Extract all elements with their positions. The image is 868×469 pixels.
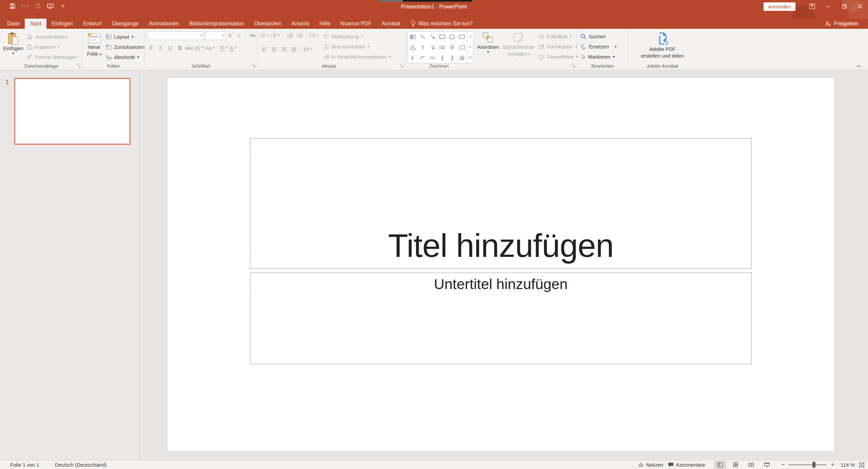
slide-canvas[interactable]: Titel hinzufügen Untertitel hinzufügen [167,77,835,452]
find-button[interactable]: Suchen [580,32,628,41]
ribbon-display-options-icon[interactable] [804,0,820,13]
text-direction-button[interactable]: A Textrichtung ▾ [323,32,391,41]
shape-left-brace-icon[interactable]: { [437,53,447,63]
undo-icon[interactable]: ▾ [21,2,29,10]
tab-nuance-pdf[interactable]: Nuance PDF [335,19,377,29]
bullets-button[interactable] [260,31,269,40]
change-case-button[interactable]: Aa [205,44,215,52]
comments-button[interactable]: Kommentare [668,462,705,468]
shape-line-arrow-icon[interactable] [428,32,437,42]
subtitle-placeholder[interactable]: Untertitel hinzufügen [250,272,752,364]
shape-elbow-arrow-connector-icon[interactable] [428,42,437,53]
replace-button[interactable]: abac Ersetzen ▾ [580,42,628,51]
tab-entwurf[interactable]: Entwurf [78,19,106,29]
drawing-dialog-launcher-icon[interactable] [571,64,575,68]
shape-oval-icon[interactable] [447,32,457,42]
minimize-button[interactable] [820,0,836,13]
zoom-in-button[interactable]: + [831,461,834,468]
tab-uebergaenge[interactable]: Übergänge [107,19,144,29]
justify-button[interactable] [290,45,298,54]
shape-effects-button[interactable]: Formeffekte ▾ [539,53,578,61]
shapes-more-icon[interactable]: ▾ [467,53,473,63]
shape-rectangle-icon[interactable] [437,32,447,42]
layout-button[interactable]: Layout ▾ [106,33,144,41]
align-center-button[interactable] [270,45,278,54]
italic-button[interactable]: K [157,44,165,52]
zoom-out-button[interactable]: − [781,461,785,468]
paste-button[interactable]: Einfügen ▾ [3,31,24,64]
text-highlight-button[interactable]: ab [220,44,228,52]
language-indicator[interactable]: Deutsch (Deutschland) [55,462,107,468]
tab-start[interactable]: Start [25,19,46,29]
shape-scribble-icon[interactable] [408,53,418,63]
clear-formatting-button[interactable]: A [248,32,256,40]
reading-view-button[interactable] [745,461,757,469]
shape-down-arrow-icon[interactable] [447,42,457,53]
reset-button[interactable]: Zurücksetzen [106,43,144,51]
shape-right-brace-icon[interactable]: } [447,53,457,63]
quick-styles-button[interactable]: Schnellformat- vorlagen ▾ [502,31,535,64]
shape-right-arrow-icon[interactable] [437,42,447,53]
tab-einfuegen[interactable]: Einfügen [46,19,78,29]
slideshow-view-button[interactable] [761,461,773,469]
shape-outline-button[interactable]: Formkontur ▾ [539,42,578,51]
tab-ansicht[interactable]: Ansicht [287,19,314,29]
line-spacing-button[interactable] [309,31,319,40]
tab-ueberpruefen[interactable]: Überprüfen [249,19,287,29]
align-left-button[interactable] [260,45,268,54]
tell-me-box[interactable]: Was möchten Sie tun? [406,19,478,29]
font-color-button[interactable]: A [229,44,237,52]
tab-datei[interactable]: Datei [2,19,25,29]
increase-font-size-button[interactable]: A˄ [226,32,235,40]
font-dialog-launcher-icon[interactable] [252,64,256,68]
decrease-indent-button[interactable] [285,31,294,40]
section-button[interactable]: Abschnitt ▾ [106,53,144,61]
align-right-button[interactable] [280,45,288,54]
cut-button[interactable]: Ausschneiden [27,33,77,41]
paragraph-dialog-launcher-icon[interactable] [400,64,404,68]
increase-indent-button[interactable] [295,31,303,40]
create-pdf-button[interactable]: Adobe PDF erstellen und teilen [629,31,696,64]
shape-star-icon[interactable] [457,53,467,63]
close-button[interactable] [852,0,868,13]
customize-qat-icon[interactable] [59,2,66,10]
character-spacing-button[interactable]: AV [195,44,204,52]
slide-thumbnail[interactable] [14,78,131,145]
save-icon[interactable] [9,2,16,10]
shape-fill-button[interactable]: Fülleffekt ▾ [539,32,578,41]
shape-rounded-rectangle-icon[interactable] [457,32,467,42]
format-painter-button[interactable]: Format übertragen [27,53,77,61]
normal-view-button[interactable] [714,461,726,469]
numbering-button[interactable]: 123 [271,31,280,40]
arrange-button[interactable]: Anordnen ▾ [477,31,499,64]
columns-button[interactable] [303,45,313,54]
title-placeholder[interactable]: Titel hinzufügen [250,138,752,269]
redo-icon[interactable] [34,2,41,10]
shape-arc-icon[interactable] [418,53,428,63]
start-from-beginning-icon[interactable] [46,2,54,10]
decrease-font-size-button[interactable]: A˅ [236,32,244,40]
slide-sorter-view-button[interactable] [730,461,742,469]
collapse-ribbon-icon[interactable] [856,65,861,68]
convert-smartart-button[interactable]: In SmartArt konvertieren ▾ [323,53,391,61]
fit-slide-to-window-button[interactable] [859,462,865,468]
clipboard-dialog-launcher-icon[interactable] [77,64,81,68]
align-text-button[interactable]: Text ausrichten ▾ [323,42,391,51]
sign-in-button[interactable]: Anmelden [764,2,795,11]
tab-acrobat[interactable]: Acrobat [377,19,406,29]
slide-counter[interactable]: Folie 1 von 1 [10,462,39,468]
shape-line-icon[interactable] [418,32,428,42]
tab-animationen[interactable]: Animationen [144,19,184,29]
shapes-scroll-down-icon[interactable]: ▾ [467,42,473,53]
zoom-level[interactable]: 114 % [839,462,855,468]
shape-curve-icon[interactable] [428,53,437,63]
font-size-combobox[interactable]: ▾ [205,31,225,40]
underline-button[interactable]: U [166,44,174,52]
font-name-combobox[interactable]: ▾ [147,31,204,40]
copy-button[interactable]: Kopieren ▾ [27,43,77,51]
shape-elbow-connector-icon[interactable] [418,42,428,53]
notes-button[interactable]: Notizen [638,462,663,468]
share-button[interactable]: Freigeben [825,19,868,29]
select-button[interactable]: Markieren ▾ [580,53,628,61]
new-slide-button[interactable]: Neue Folie ▾ [85,31,103,64]
